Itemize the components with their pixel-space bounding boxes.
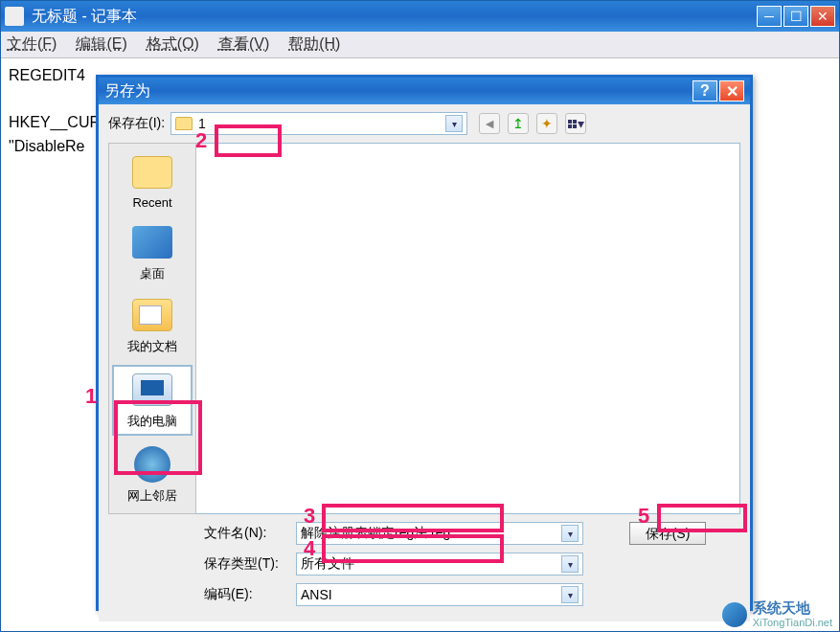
place-desktop-label: 桌面: [112, 265, 193, 282]
watermark-zh: 系统天地: [753, 600, 832, 617]
menu-edit[interactable]: 编辑(E): [76, 34, 126, 55]
place-computer-label: 我的电脑: [114, 413, 191, 430]
network-icon: [134, 446, 170, 483]
place-documents-label: 我的文档: [112, 338, 193, 355]
place-computer[interactable]: 我的电脑: [112, 365, 193, 436]
encoding-select[interactable]: ANSI ▾: [296, 583, 583, 606]
filetype-label: 保存类型(T):: [204, 555, 288, 573]
watermark-en: XiTongTianDi.net: [753, 617, 832, 628]
savein-label: 保存在(I):: [108, 115, 165, 132]
dialog-close-button[interactable]: ✕: [719, 80, 744, 102]
filetype-select[interactable]: 所有文件 ▾: [296, 553, 583, 576]
place-network-label: 网上邻居: [112, 487, 193, 505]
annotation-number-4: 4: [304, 536, 315, 561]
filetype-value: 所有文件: [301, 555, 561, 573]
menu-file[interactable]: 文件(F): [7, 34, 57, 55]
chevron-down-icon[interactable]: ▾: [561, 525, 579, 542]
watermark-logo-icon: [722, 602, 747, 627]
saveas-titlebar: 另存为 ? ✕: [99, 78, 750, 104]
saveas-title: 另存为: [104, 81, 691, 102]
places-bar: Recent 桌面 我的文档 我的电脑 网上邻居: [108, 143, 196, 514]
savein-combo[interactable]: 1 ▾: [170, 112, 467, 135]
menu-format[interactable]: 格式(O): [147, 34, 199, 55]
up-folder-icon[interactable]: ↥: [508, 113, 529, 134]
encoding-label: 编码(E):: [204, 586, 288, 603]
maximize-button[interactable]: ☐: [783, 6, 808, 27]
place-documents[interactable]: 我的文档: [112, 292, 193, 359]
menu-view[interactable]: 查看(V): [218, 34, 269, 55]
notepad-icon: [5, 7, 24, 26]
close-button[interactable]: ✕: [810, 6, 835, 27]
filename-label: 文件名(N):: [204, 525, 288, 542]
help-button[interactable]: ?: [692, 80, 717, 102]
filename-value: 解除注册表锁定reg法.reg: [301, 525, 561, 542]
saveas-dialog: 另存为 ? ✕ 保存在(I): 1 ▾ ◄ ↥ ✦ ▾ Recent: [96, 75, 753, 611]
place-desktop[interactable]: 桌面: [112, 219, 193, 286]
filename-input[interactable]: 解除注册表锁定reg法.reg ▾: [296, 522, 583, 545]
minimize-button[interactable]: ─: [757, 6, 782, 27]
chevron-down-icon[interactable]: ▾: [561, 586, 579, 603]
computer-icon: [132, 373, 172, 406]
annotation-number-2: 2: [195, 128, 207, 153]
chevron-down-icon[interactable]: ▾: [561, 555, 579, 573]
documents-icon: [132, 299, 172, 331]
place-recent[interactable]: Recent: [112, 149, 193, 214]
annotation-number-3: 3: [304, 504, 315, 529]
annotation-number-1: 1: [85, 384, 97, 409]
annotation-number-5: 5: [638, 504, 649, 529]
watermark: 系统天地 XiTongTianDi.net: [722, 600, 832, 628]
content-line3: "DisableRe: [9, 138, 85, 154]
desktop-icon: [132, 226, 172, 259]
folder-icon: [175, 117, 193, 130]
recent-icon: [132, 156, 172, 189]
view-menu-icon[interactable]: ▾: [565, 113, 586, 134]
back-icon[interactable]: ◄: [479, 113, 500, 134]
notepad-title: 无标题 - 记事本: [32, 7, 757, 27]
menu-help[interactable]: 帮助(H): [288, 34, 340, 55]
notepad-titlebar: 无标题 - 记事本 ─ ☐ ✕: [1, 1, 839, 32]
content-line1: REGEDIT4: [9, 67, 85, 83]
encoding-value: ANSI: [301, 587, 561, 602]
chevron-down-icon[interactable]: ▾: [445, 115, 463, 132]
notepad-menubar: 文件(F) 编辑(E) 格式(O) 查看(V) 帮助(H): [1, 32, 839, 58]
place-network[interactable]: 网上邻居: [112, 441, 193, 508]
new-folder-icon[interactable]: ✦: [536, 113, 557, 134]
place-recent-label: Recent: [112, 195, 193, 210]
savein-value: 1: [198, 116, 445, 131]
file-list-pane[interactable]: [196, 143, 740, 514]
